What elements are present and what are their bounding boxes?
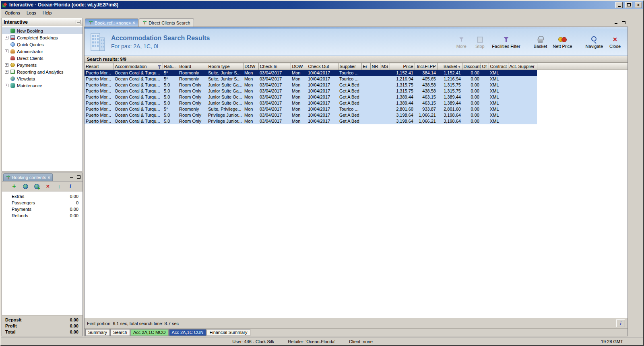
tab-direct-clients-search[interactable]: Direct Clients Search — [139, 19, 194, 27]
booking-toolbar-world-icon[interactable] — [21, 182, 30, 190]
expander-icon[interactable]: + — [5, 63, 8, 67]
booking-contents-tab[interactable]: Booking contents × — [3, 173, 53, 181]
editor-tabs: Book. ref.: <none>×Direct Clients Search — [85, 19, 194, 27]
minimize-button[interactable] — [615, 2, 623, 8]
facilities-filter-button[interactable]: Facilities Filter — [491, 35, 521, 49]
menubar: OptionsLogsHelp — [1, 9, 643, 17]
column-header-contract[interactable]: Contract — [489, 63, 508, 70]
results-table-container: ResortAccommodationRati...BoardRoom type… — [85, 63, 627, 318]
table-cell: Junior Suite Ga... — [207, 88, 243, 94]
building-icon — [89, 32, 106, 52]
column-header-supplier[interactable]: Supplier — [338, 63, 361, 70]
table-cell: 1,315.75 — [390, 82, 415, 88]
table-cell: Ocean Coral & Turqu... — [114, 112, 163, 118]
sheet-tab-financial-summary[interactable]: Financial Summary — [206, 329, 250, 336]
column-header-dow[interactable]: DOW — [291, 63, 307, 70]
close-tab-icon[interactable]: × — [133, 21, 135, 25]
expander-icon[interactable]: + — [5, 84, 8, 87]
column-header-basket[interactable]: Basket▼ — [437, 63, 462, 70]
table-cell — [508, 106, 537, 112]
column-header-board[interactable]: Board — [178, 63, 207, 70]
minimize-panel-button[interactable] — [68, 175, 74, 179]
filter-icon[interactable] — [158, 65, 161, 69]
table-row[interactable]: Puerto Mor...Ocean Coral & Turqu...5*Roo… — [85, 106, 537, 112]
menu-logs[interactable]: Logs — [23, 10, 39, 16]
maximize-panel-button[interactable] — [76, 175, 81, 179]
booking-contents-list: Extras0.00Passengers0Payments0.00Refunds… — [2, 192, 83, 315]
close-tab-icon[interactable]: × — [47, 175, 50, 180]
column-header-nr[interactable]: NR — [370, 63, 380, 70]
table-row[interactable]: Puerto Mor...Ocean Coral & Turqu...5.0Ro… — [85, 82, 537, 88]
close-button[interactable]: Close — [607, 35, 623, 49]
expander-icon[interactable]: + — [5, 36, 8, 39]
table-cell: 10/04/2017 — [307, 112, 338, 118]
table-row[interactable]: Puerto Mor...Ocean Coral & Turqu...5.0Ro… — [85, 88, 537, 94]
column-header-er[interactable]: Er — [361, 63, 370, 70]
table-cell — [481, 94, 489, 100]
table-cell: Room Only — [178, 88, 207, 94]
info-button[interactable]: i — [616, 319, 625, 327]
column-header-resort[interactable]: Resort — [85, 63, 114, 70]
sidebar-item-completed-bookings[interactable]: +Completed Bookings — [2, 34, 83, 41]
booking-toolbar — [2, 181, 83, 192]
sidebar-item-new-booking[interactable]: New Booking — [2, 27, 83, 34]
interactive-panel: Interactive New Booking+Completed Bookin… — [2, 18, 83, 171]
column-header-ms[interactable]: MS — [380, 63, 390, 70]
booking-toolbar-delete-icon[interactable] — [43, 182, 52, 190]
table-cell: Mon — [291, 94, 307, 100]
booking-contents-panel: Booking contents × Extras0.00Passengers0… — [2, 173, 83, 336]
column-header-of[interactable]: Of — [481, 63, 489, 70]
table-row[interactable]: Puerto Mor...Ocean Coral & Turqu...5.0Ro… — [85, 112, 537, 118]
sheet-tab-acc-2a-1c-cun[interactable]: Acc 2A,1C CUN — [169, 329, 206, 336]
close-button[interactable]: × — [635, 2, 642, 8]
tab-book-ref-none[interactable]: Book. ref.: <none>× — [85, 19, 138, 27]
navigate-button[interactable]: Navigate — [584, 35, 604, 49]
basket-button[interactable]: Basket — [533, 35, 549, 49]
minimize-view-button[interactable] — [76, 20, 81, 24]
column-header-incl-fl-pp[interactable]: Incl.Fl.PP — [415, 63, 437, 70]
booking-toolbar-promote-icon[interactable] — [55, 182, 64, 190]
maximize-editor-button[interactable] — [621, 20, 626, 25]
sidebar-item-payments[interactable]: +Payments — [2, 62, 83, 68]
table-row[interactable]: Puerto Mor...Ocean Coral & Turqu...5*Roo… — [85, 70, 537, 76]
booking-toolbar-add-icon[interactable] — [10, 182, 19, 190]
sheet-tab-acc-2a-1c-mco[interactable]: Acc 2A,1C MCO — [130, 329, 169, 336]
sidebar-item-direct-clients[interactable]: Direct Clients — [2, 55, 83, 62]
menu-help[interactable]: Help — [39, 10, 55, 16]
booking-toolbar-world-export-icon[interactable] — [32, 182, 41, 190]
more-button: More — [454, 35, 469, 49]
table-cell: 5.0 — [163, 112, 178, 118]
table-cell: 0.00 — [462, 88, 481, 94]
column-header-room-type[interactable]: Room type — [207, 63, 243, 70]
sheet-tab-summary[interactable]: Summary — [85, 329, 110, 336]
column-header-price[interactable]: Price — [390, 63, 415, 70]
table-cell: Puerto Mor... — [85, 88, 114, 94]
sheet-tab-search[interactable]: Search — [110, 329, 130, 336]
sidebar-item-quick-quotes[interactable]: Quick Quotes — [2, 41, 83, 48]
menu-options[interactable]: Options — [2, 10, 23, 16]
column-header-check-out[interactable]: Check Out — [307, 63, 338, 70]
booking-toolbar-info-icon[interactable] — [66, 182, 75, 190]
expander-icon[interactable]: + — [5, 49, 8, 53]
minimize-editor-button[interactable] — [613, 20, 619, 25]
column-header-rati[interactable]: Rati... — [163, 63, 178, 70]
sidebar-item-administrator[interactable]: +Administrator — [2, 48, 83, 55]
table-cell: Mon — [291, 82, 307, 88]
table-row[interactable]: Puerto Mor...Ocean Coral & Turqu...5.0Ro… — [85, 100, 537, 106]
column-header-dow[interactable]: DOW — [243, 63, 258, 70]
table-row[interactable]: Puerto Mor...Ocean Coral & Turqu...5.0Ro… — [85, 118, 537, 124]
column-header-check-in[interactable]: Check In — [258, 63, 291, 70]
column-header-discount[interactable]: Discount — [462, 63, 481, 70]
booking-total-row: Total0.00 — [2, 329, 83, 335]
column-header-accommodation[interactable]: Accommodation — [114, 63, 163, 70]
sidebar-item-viewdata[interactable]: Viewdata — [2, 75, 83, 82]
expander-icon[interactable]: + — [5, 70, 8, 74]
column-header-act-supplier[interactable]: Act. Supplier — [508, 63, 537, 70]
restore-button[interactable] — [625, 2, 632, 8]
table-cell — [370, 70, 380, 76]
table-row[interactable]: Puerto Mor...Ocean Coral & Turqu...5.0Ro… — [85, 94, 537, 100]
table-row[interactable]: Puerto Mor...Ocean Coral & Turqu...5*Roo… — [85, 76, 537, 82]
nett-price-button[interactable]: Nett Price — [551, 35, 573, 49]
sidebar-item-reporting-and-analytics[interactable]: +Reporting and Analytics — [2, 68, 83, 75]
sidebar-item-maintenance[interactable]: +Maintenance — [2, 82, 83, 89]
